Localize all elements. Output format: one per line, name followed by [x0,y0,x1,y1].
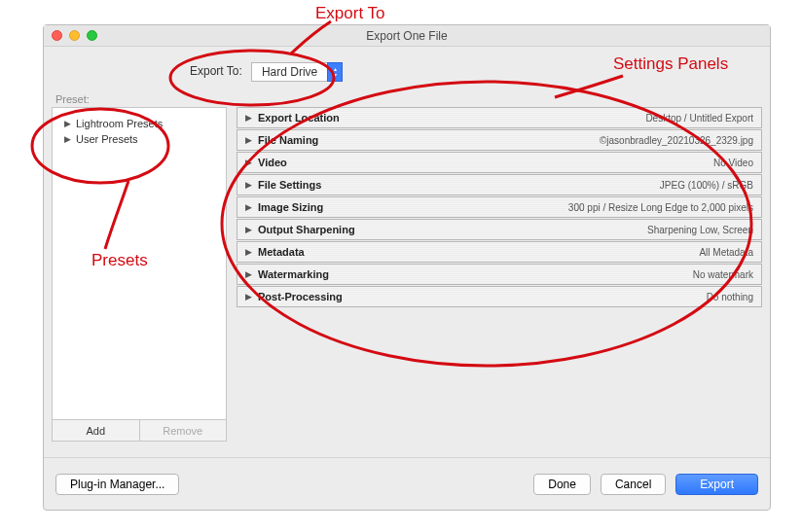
settings-panel-row[interactable]: ▶VideoNo Video [237,152,762,173]
preset-item[interactable]: ▶Lightroom Presets [64,116,226,131]
window-controls [52,30,97,41]
minimize-icon[interactable] [69,30,80,41]
panel-title: File Settings [258,179,321,191]
panel-title: Metadata [258,246,305,258]
export-to-label: Export To: [190,64,242,78]
export-to-select[interactable]: Hard Drive ▴▾ [251,62,343,82]
chevron-right-icon: ▶ [245,292,252,301]
panel-title: Video [258,157,287,168]
titlebar: Export One File [44,25,770,47]
chevron-right-icon: ▶ [245,135,252,145]
close-icon[interactable] [52,30,62,41]
panel-summary: ©jasonbradley_20210326_2329.jpg [600,135,753,146]
settings-panel-row[interactable]: ▶WatermarkingNo watermark [237,264,762,285]
panel-summary: No Video [713,158,753,168]
panel-title: Image Sizing [258,201,323,213]
annotation-export-to: Export To [315,4,385,23]
cancel-button[interactable]: Cancel [601,474,666,495]
add-preset-button[interactable]: Add [53,420,140,441]
settings-panel-row[interactable]: ▶Image Sizing300 ppi / Resize Long Edge … [237,196,762,218]
export-dialog: Export One File Export To: Hard Drive ▴▾… [43,24,771,511]
chevron-right-icon: ▶ [245,269,252,279]
settings-panels: Export One File ▶Export LocationDesktop … [237,107,762,442]
chevron-right-icon: ▶ [245,113,252,123]
panel-summary: JPEG (100%) / sRGB [660,180,753,191]
panel-summary: Desktop / Untitled Export [645,113,753,124]
main-area: Preset: ▶Lightroom Presets▶User Presets … [52,107,762,442]
panel-summary: No watermark [693,269,753,280]
panel-summary: All Metadata [699,247,753,258]
panel-title: Watermarking [258,268,329,280]
export-button[interactable]: Export [675,474,758,495]
chevron-right-icon: ▶ [64,119,71,128]
panel-title: Export Location [258,112,340,124]
settings-panel-row[interactable]: ▶MetadataAll Metadata [237,241,762,263]
remove-preset-button[interactable]: Remove [140,420,227,441]
presets-header: Preset: [55,93,90,105]
panel-summary: Sharpening Low, Screen [647,225,753,235]
panel-title: Post-Processing [258,291,343,302]
settings-panel-row[interactable]: ▶Post-ProcessingDo nothing [237,286,762,307]
settings-panel-row[interactable]: ▶File Naming©jasonbradley_20210326_2329.… [237,129,762,151]
chevron-right-icon: ▶ [245,225,252,234]
preset-label: User Presets [76,133,138,145]
chevron-right-icon: ▶ [64,134,71,144]
settings-panel-row[interactable]: ▶Output SharpeningSharpening Low, Screen [237,219,762,240]
chevron-right-icon: ▶ [245,247,252,257]
settings-panel-row[interactable]: ▶File SettingsJPEG (100%) / sRGB [237,174,762,195]
preset-item[interactable]: ▶User Presets [64,131,226,147]
plugin-manager-button[interactable]: Plug-in Manager... [55,474,179,495]
panel-title: Output Sharpening [258,224,355,235]
panel-summary: Do nothing [707,292,753,302]
maximize-icon[interactable] [87,30,97,41]
panel-summary: 300 ppi / Resize Long Edge to 2,000 pixe… [568,202,753,213]
export-to-value: Hard Drive [251,62,327,82]
window-title: Export One File [366,29,447,43]
panel-title: File Naming [258,134,318,146]
export-to-row: Export To: Hard Drive ▴▾ [44,47,770,93]
done-button[interactable]: Done [533,474,591,495]
chevron-right-icon: ▶ [245,202,252,212]
chevron-updown-icon: ▴▾ [327,62,343,82]
chevron-right-icon: ▶ [245,158,252,167]
bottom-bar: Plug-in Manager... Done Cancel Export [44,457,770,510]
settings-panel-row[interactable]: ▶Export LocationDesktop / Untitled Expor… [237,107,762,128]
chevron-right-icon: ▶ [245,180,252,190]
presets-sidebar: ▶Lightroom Presets▶User Presets Add Remo… [52,107,227,442]
preset-label: Lightroom Presets [76,118,163,129]
